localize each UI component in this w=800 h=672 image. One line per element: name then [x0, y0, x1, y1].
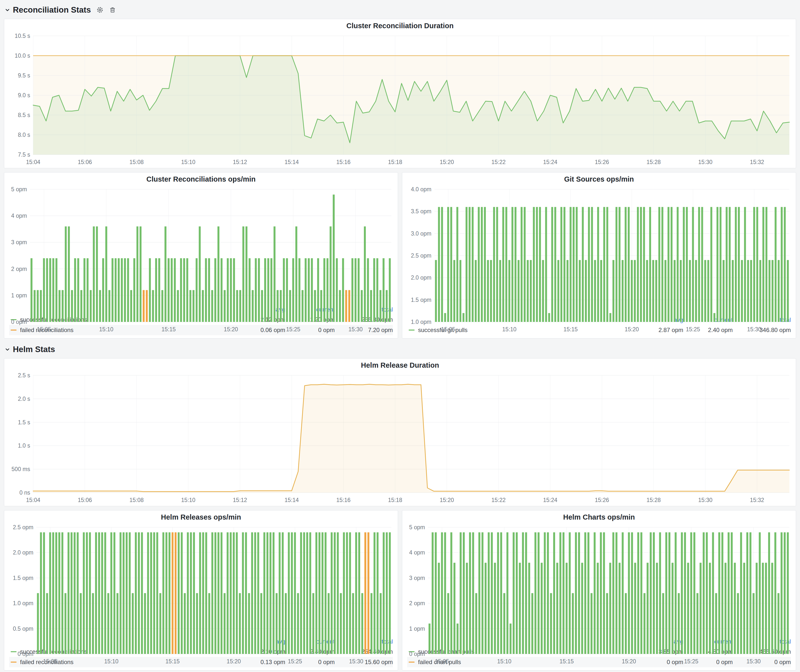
bar	[551, 207, 553, 322]
bar	[726, 207, 728, 322]
bar	[444, 313, 446, 322]
bar	[30, 258, 32, 322]
bar	[597, 207, 599, 322]
panel-title-helm-release-duration[interactable]: Helm Release Duration	[4, 358, 796, 372]
x-axis-label: 15:20	[625, 326, 639, 333]
x-axis-label: 15:06	[78, 159, 92, 165]
y-axis-label: 9.5 s	[18, 72, 30, 79]
bar	[490, 260, 492, 322]
bar	[496, 207, 498, 322]
bar	[603, 207, 605, 322]
bar	[264, 258, 266, 322]
y-axis-label: 8.0 s	[18, 132, 30, 138]
gear-icon[interactable]	[96, 6, 104, 14]
bar	[74, 533, 76, 654]
section-title[interactable]: Helm Stats	[13, 345, 55, 354]
bar	[318, 533, 321, 654]
panel-title-cluster-reconciliations-ops[interactable]: Cluster Reconciliations ops/min	[4, 173, 398, 186]
panel-helm-release-duration: Helm Release Duration 15:0415:0615:0815:…	[4, 358, 796, 506]
bar	[677, 207, 679, 322]
bar	[698, 207, 700, 322]
cluster-reconciliations-ops-chart[interactable]: 15:0515:1015:1515:2015:2515:305 opm4 opm…	[4, 186, 398, 305]
trash-icon[interactable]	[109, 6, 116, 13]
bar	[650, 533, 652, 654]
bar	[508, 260, 510, 322]
bar	[472, 207, 474, 322]
bar	[99, 290, 101, 322]
panel-title-git-sources-ops[interactable]: Git Sources ops/min	[402, 173, 796, 186]
y-axis-label: 0 opm	[18, 651, 34, 657]
bar	[585, 260, 587, 322]
bar	[450, 207, 452, 322]
bar	[358, 533, 360, 654]
bar	[658, 207, 660, 322]
bar	[787, 260, 789, 322]
helm-releases-ops-chart[interactable]: 15:0515:1015:1515:2015:2515:302.5 opm2.0…	[4, 524, 398, 637]
bar	[542, 260, 544, 322]
bar	[64, 593, 67, 654]
bar	[114, 533, 115, 654]
bar	[519, 563, 521, 654]
bar	[37, 593, 39, 654]
y-axis-label: 5 opm	[11, 186, 27, 192]
x-axis-label: 15:18	[388, 497, 402, 503]
bar	[769, 260, 771, 322]
y-axis-label: 1.5 opm	[13, 575, 34, 581]
bar	[569, 533, 571, 654]
bar	[218, 226, 219, 322]
bar	[738, 207, 740, 322]
bar	[165, 226, 166, 322]
y-axis-label: 3 opm	[11, 239, 27, 245]
panel-title-helm-releases-ops[interactable]: Helm Releases ops/min	[4, 510, 398, 524]
bar	[545, 207, 547, 322]
bar	[563, 207, 565, 322]
bar	[435, 260, 437, 322]
bar	[40, 290, 42, 322]
x-axis-label: 15:26	[595, 497, 609, 503]
bar	[576, 207, 578, 322]
bar	[680, 260, 682, 322]
bar	[274, 226, 275, 322]
bar	[112, 258, 114, 322]
bar	[475, 260, 477, 322]
bar	[462, 313, 464, 322]
bar	[556, 563, 558, 654]
bar	[168, 533, 170, 654]
chevron-down-icon[interactable]	[4, 6, 11, 13]
cluster-reconciliation-duration-chart[interactable]: 15:0415:0615:0815:1015:1215:1415:1615:18…	[4, 32, 796, 168]
bar	[637, 207, 639, 322]
panel-title-cluster-reconciliation-duration[interactable]: Cluster Reconciliation Duration	[4, 19, 796, 32]
bar	[299, 258, 301, 322]
panel-title-helm-charts-ops[interactable]: Helm Charts ops/min	[402, 510, 796, 524]
bar	[254, 533, 256, 654]
bar	[687, 563, 689, 654]
bar	[312, 593, 314, 654]
bar	[311, 258, 313, 322]
bar	[258, 258, 260, 322]
y-axis-label: 10.0 s	[14, 53, 30, 59]
bar	[485, 563, 486, 654]
bar	[236, 533, 238, 654]
bar	[355, 258, 357, 322]
bar	[497, 533, 499, 654]
bar	[199, 226, 201, 322]
bar	[478, 207, 480, 322]
bar	[550, 593, 552, 654]
bar	[110, 533, 112, 654]
git-sources-ops-chart[interactable]: 15:0515:1015:1515:2015:2515:304.0 opm3.5…	[402, 186, 796, 315]
x-axis-label: 15:16	[336, 497, 350, 503]
section-title[interactable]: Reconciliation Stats	[13, 5, 91, 14]
bar	[328, 593, 330, 654]
bar	[625, 207, 627, 322]
chevron-down-icon[interactable]	[4, 346, 11, 353]
x-axis-label: 15:10	[181, 159, 195, 165]
bar	[289, 290, 291, 322]
bar	[559, 533, 561, 654]
bar	[692, 207, 694, 322]
helm-charts-ops-chart[interactable]: 15:0515:1015:1515:2015:2515:305 opm4 opm…	[402, 524, 796, 637]
bar	[181, 533, 183, 654]
bar	[83, 533, 85, 654]
helm-release-duration-chart[interactable]: 15:0415:0615:0815:1015:1215:1415:1615:18…	[4, 372, 796, 506]
bar	[652, 260, 654, 322]
bar	[291, 533, 293, 654]
